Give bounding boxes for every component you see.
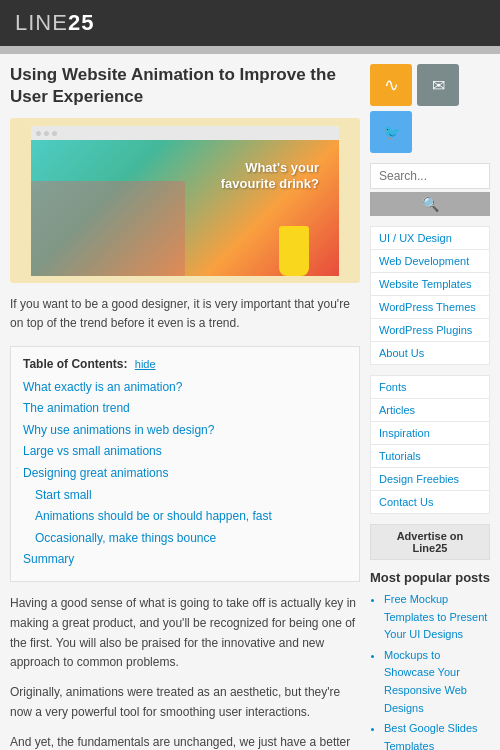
site-header: LINE25 <box>0 0 500 46</box>
main-layout: Using Website Animation to Improve the U… <box>0 54 500 750</box>
sidebar-nav-group-2: Fonts Articles Inspiration Tutorials Des… <box>370 375 490 514</box>
article-intro: If you want to be a good designer, it is… <box>10 295 360 333</box>
search-icon: 🔍 <box>422 196 439 212</box>
twitter-symbol: 🐦 <box>383 124 400 140</box>
sidebar-item-articles[interactable]: Articles <box>370 398 490 421</box>
search-button[interactable]: 🔍 <box>370 192 490 216</box>
toc-item-3[interactable]: Large vs small animations <box>23 441 347 463</box>
sidebar-item-website-templates[interactable]: Website Templates <box>370 272 490 295</box>
site-logo[interactable]: LINE25 <box>15 10 485 36</box>
sidebar-item-fonts[interactable]: Fonts <box>370 375 490 398</box>
browser-content: What's yourfavourite drink? <box>31 140 339 276</box>
toc-item-1[interactable]: The animation trend <box>23 398 347 420</box>
brick-wall <box>31 181 185 276</box>
sidebar: ∿ ✉ 🐦 🔍 UI / UX Design Web Development W… <box>370 64 490 750</box>
sidebar-item-inspiration[interactable]: Inspiration <box>370 421 490 444</box>
cup-image <box>279 226 309 276</box>
sidebar-nav-group-1: UI / UX Design Web Development Website T… <box>370 226 490 365</box>
browser-dot-2 <box>44 131 49 136</box>
browser-bar <box>31 126 339 140</box>
browser-dot-1 <box>36 131 41 136</box>
sidebar-item-advertise[interactable]: Advertise on Line25 <box>370 524 490 560</box>
sidebar-item-design-freebies[interactable]: Design Freebies <box>370 467 490 490</box>
toc-item-4[interactable]: Designing great animations <box>23 463 347 485</box>
sidebar-item-ui-ux[interactable]: UI / UX Design <box>370 226 490 249</box>
toc-item-2[interactable]: Why use animations in web design? <box>23 420 347 442</box>
twitter-icon[interactable]: 🐦 <box>370 111 412 153</box>
browser-dot-3 <box>52 131 57 136</box>
toc-item-0[interactable]: What exactly is an animation? <box>23 377 347 399</box>
sidebar-item-wp-plugins[interactable]: WordPress Plugins <box>370 318 490 341</box>
article-body: Having a good sense of what is going to … <box>10 594 360 750</box>
email-symbol: ✉ <box>432 76 445 95</box>
article-content: Using Website Animation to Improve the U… <box>10 64 360 750</box>
email-icon[interactable]: ✉ <box>417 64 459 106</box>
most-popular-list: Free Mockup Templates to Present Your UI… <box>370 591 490 750</box>
sidebar-item-tutorials[interactable]: Tutorials <box>370 444 490 467</box>
browser-overlay-text: What's yourfavourite drink? <box>221 160 319 191</box>
logo-number: 25 <box>68 10 94 35</box>
most-popular-section: Most popular posts Free Mockup Templates… <box>370 570 490 750</box>
search-input[interactable] <box>370 163 490 189</box>
sidebar-item-wp-themes[interactable]: WordPress Themes <box>370 295 490 318</box>
browser-mockup: What's yourfavourite drink? <box>31 126 339 276</box>
most-popular-title: Most popular posts <box>370 570 490 585</box>
sidebar-item-contact[interactable]: Contact Us <box>370 490 490 514</box>
overlay-headline: What's yourfavourite drink? <box>221 160 319 191</box>
rss-icon[interactable]: ∿ <box>370 64 412 106</box>
logo-text: LINE <box>15 10 68 35</box>
sidebar-item-web-dev[interactable]: Web Development <box>370 249 490 272</box>
toc-title: Table of Contents: hide <box>23 357 347 371</box>
toc-items-container: What exactly is an animation? The animat… <box>23 377 347 571</box>
toc-item-5[interactable]: Start small <box>23 485 347 507</box>
toc-item-6[interactable]: Animations should be or should happen, f… <box>23 506 347 528</box>
paragraph-0: Having a good sense of what is going to … <box>10 594 360 673</box>
sidebar-item-about[interactable]: About Us <box>370 341 490 365</box>
popular-item-2[interactable]: Best Google Slides Templates <box>384 720 490 750</box>
popular-item-1[interactable]: Mockups to Showcase Your Responsive Web … <box>384 647 490 717</box>
toc-item-7[interactable]: Occasionally, make things bounce <box>23 528 347 550</box>
nav-bar <box>0 46 500 54</box>
paragraph-2: And yet, the fundamentals are unchanged,… <box>10 733 360 750</box>
rss-symbol: ∿ <box>384 74 399 96</box>
paragraph-1: Originally, animations were treated as a… <box>10 683 360 723</box>
table-of-contents: Table of Contents: hide What exactly is … <box>10 346 360 582</box>
social-icons-container: ∿ ✉ 🐦 <box>370 64 490 153</box>
hero-image: What's yourfavourite drink? <box>10 118 360 283</box>
popular-item-0[interactable]: Free Mockup Templates to Present Your UI… <box>384 591 490 644</box>
toc-item-8[interactable]: Summary <box>23 549 347 571</box>
article-title: Using Website Animation to Improve the U… <box>10 64 360 108</box>
toc-hide-link[interactable]: hide <box>135 358 156 370</box>
search-box: 🔍 <box>370 163 490 216</box>
